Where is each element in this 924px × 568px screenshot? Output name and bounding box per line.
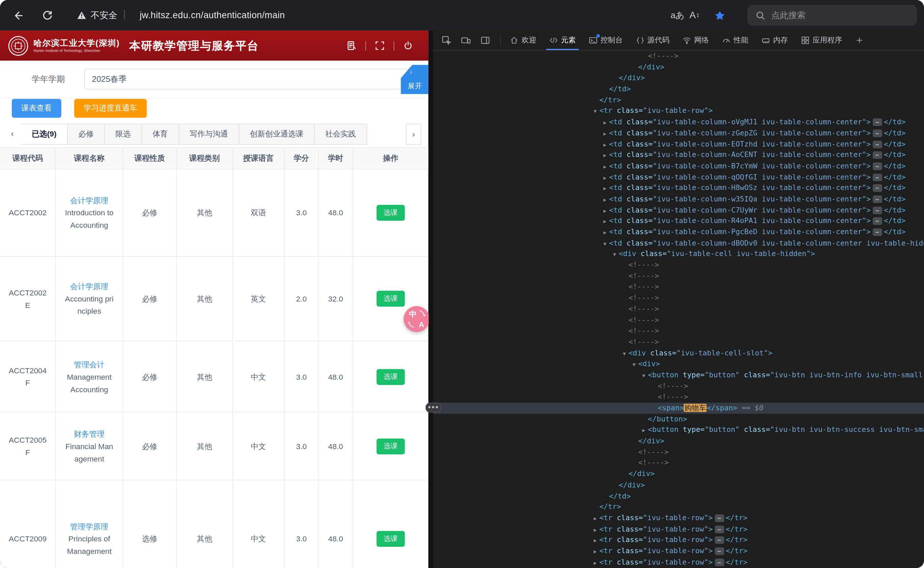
select-course-button[interactable]: 选课	[377, 369, 405, 385]
tree-line[interactable]: <!---->	[433, 293, 924, 304]
inline-expand-button[interactable]: ⋯	[715, 514, 724, 522]
address-url[interactable]: jw.hitsz.edu.cn/authentication/main	[139, 0, 285, 31]
tab-体育[interactable]: 体育	[141, 124, 179, 145]
action-button-0[interactable]: 课表查看	[12, 99, 61, 118]
tab-已选(9)[interactable]: 已选(9)	[21, 124, 68, 145]
tree-line[interactable]: ▶<tr class="ivu-table-row">⋯</tr>	[433, 557, 924, 568]
tree-line[interactable]: <!---->	[433, 447, 924, 458]
inline-expand-button[interactable]: ⋯	[872, 162, 882, 170]
expand-arrow-icon[interactable]: ▶	[591, 513, 599, 524]
tree-line[interactable]: </td>	[433, 83, 924, 95]
expand-arrow-icon[interactable]: ▶	[640, 425, 648, 436]
expand-arrow-icon[interactable]: ▶	[601, 194, 609, 205]
tree-line[interactable]: ▶<tr class="ivu-table-row">⋯</tr>	[433, 545, 924, 557]
tree-line[interactable]: ▶<td class="ivu-table-column-AoCENT ivu-…	[433, 150, 924, 161]
tree-line[interactable]: <!---->	[433, 304, 924, 315]
tree-line[interactable]: ▶<td class="ivu-table-column-R4oPA1 ivu-…	[433, 216, 924, 227]
expand-arrow-icon[interactable]: ▶	[601, 172, 609, 183]
tree-line[interactable]: <!---->	[433, 270, 924, 282]
tree-line[interactable]: ▼<button type="button" class="ivu-btn iv…	[433, 370, 924, 381]
expand-arrow-icon[interactable]: ▶	[601, 216, 609, 227]
inline-expand-button[interactable]: ⋯	[872, 228, 882, 236]
tree-line[interactable]: ▶<tr class="ivu-table-row">⋯</tr>	[433, 535, 924, 546]
inline-expand-button[interactable]: ⋯	[872, 129, 882, 137]
tree-line[interactable]: </div>	[433, 436, 924, 447]
tree-line[interactable]: </div>	[433, 62, 924, 73]
select-course-button[interactable]: 选课	[377, 531, 405, 547]
tab-创新创业通选课[interactable]: 创新创业通选课	[239, 124, 315, 145]
expand-arrow-icon[interactable]: ▶	[601, 139, 609, 150]
inline-expand-button[interactable]: ⋯	[872, 140, 882, 148]
tree-line[interactable]: ▶<button type="button" class="ivu-btn iv…	[433, 424, 924, 436]
tree-line[interactable]: ▼<div class="ivu-table-cell-slot">	[433, 347, 924, 359]
tree-line[interactable]: ▶<td class="ivu-table-column-w35IQa ivu-…	[433, 194, 924, 205]
expand-arrow-icon[interactable]: ▶	[601, 128, 609, 139]
select-course-button[interactable]: 选课	[377, 291, 405, 307]
tab-写作与沟通[interactable]: 写作与沟通	[179, 124, 239, 145]
tree-line[interactable]: <!---->	[433, 326, 924, 337]
expand-arrow-icon[interactable]: ▶	[601, 117, 609, 128]
tree-line[interactable]: ▶<td class="ivu-table-column-zGepZG ivu-…	[433, 128, 924, 139]
tree-line[interactable]: </div>	[433, 468, 924, 480]
tree-line[interactable]: ▶<td class="ivu-table-column-oVgMJ1 ivu-…	[433, 116, 924, 128]
collapse-arrow-icon[interactable]: ▼	[601, 238, 609, 249]
inline-expand-button[interactable]: ⋯	[715, 547, 724, 555]
devtools-tab-new[interactable]	[848, 31, 870, 50]
devtools-tab-元素[interactable]: 元素	[542, 31, 582, 50]
tree-line[interactable]: </button>	[433, 414, 924, 425]
tab-必修[interactable]: 必修	[67, 124, 105, 145]
collapse-arrow-icon[interactable]: ▼	[591, 106, 599, 117]
tree-line[interactable]: <span>购物车</span> == $0	[433, 403, 924, 414]
devtools-tab-网络[interactable]: 网络	[676, 31, 715, 50]
tree-line[interactable]: ▶<td class="ivu-table-column-qOQfGI ivu-…	[433, 171, 924, 183]
tree-line[interactable]: </tr>	[433, 502, 924, 513]
device-emulation-icon[interactable]	[459, 33, 473, 47]
collapse-arrow-icon[interactable]: ▼	[620, 348, 628, 360]
text-size-icon[interactable]: A ▴▾	[690, 0, 699, 31]
tree-line[interactable]: <!---->	[433, 260, 924, 271]
course-name-link[interactable]: 管理会计	[74, 358, 105, 370]
expand-arrow-icon[interactable]: ▶	[601, 150, 609, 162]
tree-line[interactable]: ▶<tr class="ivu-table-row">⋯</tr>	[433, 513, 924, 524]
search-box[interactable]: 点此搜索	[747, 5, 917, 26]
security-warning[interactable]: 不安全	[77, 0, 117, 31]
devtools-tab-内存[interactable]: 内存	[755, 31, 794, 50]
select-course-button[interactable]: 选课	[377, 438, 405, 454]
devtools-tab-应用程序[interactable]: 应用程序	[795, 31, 849, 50]
tabs-scroll-left[interactable]: ‹	[6, 124, 18, 145]
form-icon[interactable]	[347, 41, 357, 51]
expand-arrow-icon[interactable]: ▶	[591, 546, 599, 557]
translate-icon[interactable]: aあ	[671, 0, 685, 31]
inline-expand-button[interactable]: ⋯	[872, 195, 882, 203]
inline-expand-button[interactable]: ⋯	[715, 525, 724, 533]
tree-line[interactable]: ▼<td class="ivu-table-column-dBODv0 ivu-…	[433, 237, 924, 249]
reload-button[interactable]	[39, 7, 55, 24]
tree-line[interactable]: <!---->	[433, 315, 924, 326]
expand-arrow-icon[interactable]: ▶	[591, 535, 599, 547]
inline-expand-button[interactable]: ⋯	[715, 558, 724, 566]
semester-select[interactable]: 2025春季	[84, 69, 417, 89]
tree-line[interactable]: <!---->	[433, 381, 924, 392]
devtools-tab-源代码[interactable]: 源代码	[629, 31, 676, 50]
tree-line[interactable]: ▶<td class="ivu-table-column-B7cYmW ivu-…	[433, 161, 924, 172]
action-button-1[interactable]: 学习进度直通车	[74, 99, 147, 118]
expand-arrow-icon[interactable]: ▶	[591, 557, 599, 568]
course-name-link[interactable]: 财务管理	[74, 428, 105, 440]
expand-arrow-icon[interactable]: ▶	[601, 183, 609, 194]
tab-限选[interactable]: 限选	[104, 124, 142, 145]
tree-line[interactable]: <!---->	[433, 51, 924, 62]
course-name-link[interactable]: 会计学原理	[70, 280, 109, 293]
tree-line[interactable]: ▶<tr class="ivu-table-row">⋯</tr>	[433, 524, 924, 535]
expand-arrow-icon[interactable]: ▶	[601, 205, 609, 216]
inline-expand-button[interactable]: ⋯	[872, 184, 882, 192]
tree-line[interactable]: <!---->	[433, 458, 924, 468]
devtools-drag-handle[interactable]: ●●●	[426, 403, 441, 413]
favorite-star-button[interactable]	[714, 0, 726, 31]
expand-arrow-icon[interactable]: ▶	[601, 162, 609, 172]
select-course-button[interactable]: 选课	[377, 205, 405, 221]
tree-line[interactable]: <!---->	[433, 337, 924, 347]
collapse-arrow-icon[interactable]: ▼	[630, 359, 638, 370]
tree-line[interactable]: ▼<div>	[433, 358, 924, 370]
tree-line[interactable]: </div>	[433, 480, 924, 491]
tree-line[interactable]: </div>	[433, 73, 924, 84]
